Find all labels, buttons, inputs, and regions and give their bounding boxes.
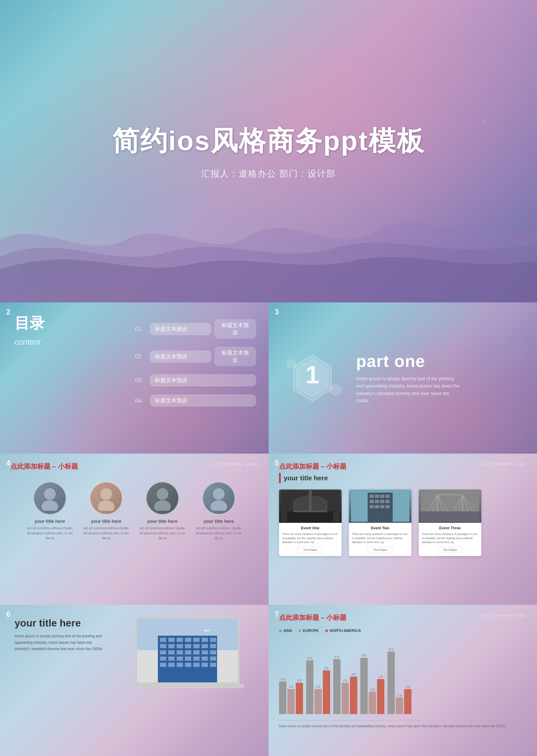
slide5-your-title: your title here [284,474,328,482]
svg-rect-77 [185,663,191,667]
svg-rect-78 [193,663,200,667]
svg-rect-58 [202,644,208,648]
laptop-mockup [121,617,254,688]
svg-rect-46 [160,638,166,642]
svg-rect-22 [385,495,390,498]
svg-rect-51 [202,638,208,642]
svg-rect-71 [193,656,200,661]
svg-rect-28 [375,505,379,508]
part-one-desc: lorem ipsum is simply dummy text of the … [356,375,461,404]
slides-grid: 2 目录 content 01 标题文本预设 标题文本预设 02 标题文本预设 … [0,302,537,756]
part-one-text: part one lorem ipsum is simply dummy tex… [356,352,461,404]
svg-rect-70 [185,656,191,661]
svg-rect-23 [370,500,374,503]
catalog-item-1: 01 标题文本预设 标题文本预设 [135,319,256,339]
svg-rect-69 [177,656,183,661]
svg-marker-4 [287,359,296,369]
slide6-title: your title here [15,617,108,629]
chart-legend: ASIA EUROPE NORTH AMERICA [279,629,527,633]
event-btn-3[interactable]: The Project [437,547,463,553]
slide6-left: your title here lorem ipsum is simply du… [15,617,108,652]
svg-text:1: 1 [305,360,319,389]
svg-rect-49 [185,638,191,642]
avatar-title-2: your title here [91,519,121,524]
avatar-circle-1 [33,482,66,515]
event-desc-1: There are many variations of passages of… [282,532,339,544]
slide3-content: 1 part one lorem ipsum is simply dummy t… [268,302,537,454]
svg-point-9 [157,488,168,500]
svg-rect-60 [160,650,166,654]
svg-point-11 [213,488,225,500]
svg-rect-47 [168,638,175,642]
slide-3: 3 1 part one lorem ipsum is simply dummy… [268,302,537,454]
event-title-1: Event One [282,526,339,530]
svg-rect-76 [177,663,183,667]
catalog-bar-right-1: 标题文本预设 [214,319,256,339]
legend-label-asia: ASIA [284,629,292,633]
svg-rect-56 [185,644,191,648]
slide2-content: 目录 content 01 标题文本预设 标题文本预设 02 标题文本预设 标题… [0,302,268,454]
event-card-2: Event Two There are many variations of p… [349,489,411,556]
slide3-number: 3 [275,308,279,316]
svg-rect-57 [193,644,200,648]
catalog-bar-right-2: 标题文本预设 [214,347,256,366]
avatar-title-3: your title here [147,519,178,524]
slide6-content: your title here lorem ipsum is simply du… [0,605,268,756]
avatar-item-2: your title here but all sunshine without… [83,482,129,541]
catalog-bar-4: 标题文本预设 [150,395,256,407]
slide1-main-title: 简约ios风格商务ppt模板 [112,123,425,159]
svg-point-8 [98,500,114,511]
svg-rect-20 [375,495,379,498]
legend-label-na: NORTH AMERICA [330,629,361,633]
slide-5: 5 点此添加标题 – 小标题 LOFT COMPANY NAME your ti… [268,454,537,605]
svg-rect-61 [168,650,175,654]
laptop-frame [135,617,240,684]
catalog-bar-1: 标题文本预设 [150,323,211,335]
slide6-number: 6 [6,610,11,619]
catalog-num-3: 03 [135,377,145,384]
avatar-circle-3 [146,482,179,515]
svg-rect-74 [160,663,166,667]
svg-rect-63 [185,650,191,654]
svg-rect-26 [385,500,390,503]
svg-rect-52 [210,638,216,642]
legend-dot-na [325,629,328,632]
event-body-3: Event Three There are many variations of… [419,523,481,556]
svg-rect-24 [375,500,379,503]
catalog-bar-3: 标题文本预设 [150,374,256,387]
catalog-items-list: 01 标题文本预设 标题文本预设 02 标题文本预设 标题文本预设 03 标题文… [135,319,256,415]
svg-point-5 [44,488,56,500]
event-btn-2[interactable]: The Project [368,547,393,553]
svg-rect-67 [160,656,166,661]
hex-number-container: 1 [281,347,344,409]
legend-dot-asia [279,629,282,632]
catalog-num-1: 01 [135,325,145,332]
slide7-content: 点此添加标题 – 小标题 LOFT COMPANY NAME ASIA EURO… [268,605,537,756]
event-image-3 [419,489,481,523]
event-body-1: Event One There are many variations of p… [279,523,342,556]
avatar-text-3: but all sunshine without shade, all plea… [140,526,186,541]
legend-dot-europe [299,629,301,632]
svg-rect-66 [210,650,216,654]
slide-4: 4 点此添加标题 – 小标题 LOFT COMPANY NAME your ti… [0,454,268,605]
avatar-text-2: but all sunshine without shade, all plea… [83,526,129,541]
slide-6: 6 your title here lorem ipsum is simply … [0,605,268,756]
laptop-base [131,684,244,688]
svg-rect-21 [380,495,384,498]
catalog-num-2: 02 [135,353,145,360]
slide1-subtitle: 汇报人：道格办公 部门：设计部 [201,168,336,180]
events-row: Event One There are many variations of p… [279,489,527,556]
svg-rect-29 [380,505,384,508]
catalog-item-4: 04 标题文本预设 [135,395,256,407]
event-btn-1[interactable]: The Project [298,547,323,553]
svg-rect-50 [193,638,200,642]
svg-rect-25 [380,500,384,503]
title-accent-bar [279,473,281,483]
part-one-title: part one [356,352,461,371]
legend-na: NORTH AMERICA [325,629,361,633]
event-card-1: Event One There are many variations of p… [279,489,342,556]
avatar-circle-4 [202,482,235,515]
catalog-bar-2: 标题文本预设 [150,350,211,363]
avatar-title-1: your title here [35,519,65,524]
event-image-1 [279,489,342,523]
